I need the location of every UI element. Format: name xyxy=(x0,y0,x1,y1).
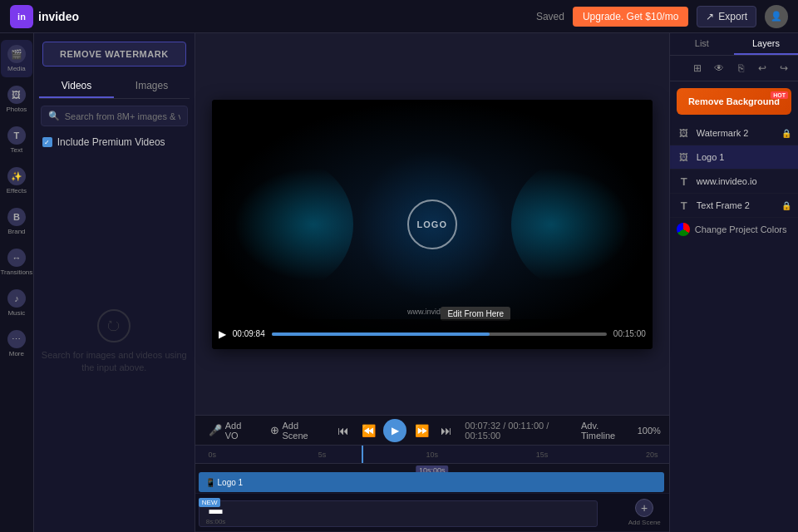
export-button[interactable]: ↗ Export xyxy=(697,6,756,27)
photos-label: Photos xyxy=(6,106,27,113)
search-bar[interactable]: 🔍 xyxy=(41,106,188,126)
sidebar-item-brand[interactable]: B Brand xyxy=(1,203,32,240)
zoom-display: 100% xyxy=(638,426,661,436)
change-colors-label: Change Project Colors xyxy=(695,224,787,234)
add-scene-timeline-button[interactable]: + Add Scene xyxy=(628,499,661,526)
grid-view-icon[interactable]: ⊞ xyxy=(688,59,707,77)
tab-images[interactable]: Images xyxy=(114,75,190,98)
logo: in invideo xyxy=(10,5,79,28)
logo-text: invideo xyxy=(38,10,79,23)
remove-background-button[interactable]: Remove Background HOT xyxy=(677,88,791,115)
premium-checkbox[interactable]: ✓ xyxy=(42,137,52,147)
layer-text2-name: Text Frame 2 xyxy=(697,200,776,210)
video-clip[interactable]: ▬ 8s:00s xyxy=(199,500,598,527)
sidebar-item-photos[interactable]: 🖼 Photos xyxy=(1,81,32,118)
time-current: 00:09:84 xyxy=(233,329,265,338)
ruler-9 xyxy=(446,451,473,459)
logo-clip[interactable]: 📱 Logo 1 xyxy=(199,472,664,492)
ruler-1 xyxy=(226,451,254,459)
center-area: LOGO www.invideo.io Edit From Here ▶ 00:… xyxy=(195,33,669,532)
add-scene-timeline-label: Add Scene xyxy=(628,519,661,526)
ruler-marks: 0s 5s 10s 15s 20s xyxy=(199,451,666,459)
layer-item-logo[interactable]: 🖼 Logo 1 xyxy=(670,145,798,170)
timeline-area: 0s 5s 10s 15s 20s xyxy=(195,445,669,532)
tab-list[interactable]: List xyxy=(670,33,734,55)
time-total: 00:15:00 xyxy=(613,329,646,338)
layer-item-watermark[interactable]: 🖼 Watermark 2 🔒 xyxy=(670,121,798,145)
progress-bar[interactable] xyxy=(272,332,607,336)
text-icon: T xyxy=(7,126,26,145)
topbar: in invideo Saved Upgrade. Get $10/mo ↗ E… xyxy=(0,0,798,33)
skip-fwd-button[interactable]: ⏩ xyxy=(411,421,431,441)
brand-icon: B xyxy=(7,208,26,226)
change-project-colors[interactable]: Change Project Colors xyxy=(670,218,798,241)
add-scene-ctrl-button[interactable]: ⊕ Add Scene xyxy=(265,418,326,443)
music-label: Music xyxy=(7,309,25,317)
play-button[interactable]: ▶ xyxy=(219,328,226,340)
video-clip-label: 8s:00s xyxy=(206,518,226,525)
ruler-15 xyxy=(611,451,638,459)
text-label: Text xyxy=(11,146,23,154)
add-vo-icon: 🎤 xyxy=(209,424,222,436)
remove-watermark-button[interactable]: REMOVE WATERMARK xyxy=(42,42,186,66)
copy-icon[interactable]: ⎘ xyxy=(732,59,750,77)
layer-item-text2[interactable]: T Text Frame 2 🔒 xyxy=(670,194,798,218)
media-label: Media xyxy=(7,65,26,72)
skip-back-button[interactable]: ⏪ xyxy=(358,421,378,441)
eye-icon[interactable]: 👁 xyxy=(710,59,728,77)
ruler-10 xyxy=(473,451,500,459)
timeline-track-logo: 10s:00s 📱 Logo 1 xyxy=(195,464,669,494)
sidebar-item-effects[interactable]: ✨ Effects xyxy=(1,162,32,200)
adv-timeline-button[interactable]: Adv. Timeline xyxy=(581,421,629,441)
layer-watermark-name: Watermark 2 xyxy=(697,128,776,138)
main-layout: 🎬 Media 🖼 Photos T Text ✨ Effects B Bran… xyxy=(0,33,798,532)
sidebar-item-more[interactable]: ⋯ More xyxy=(1,325,32,362)
ruler-20s: 20s xyxy=(638,451,666,459)
empty-state-text: Search for images and videos using the i… xyxy=(34,349,195,375)
layer-logo-name: Logo 1 xyxy=(697,152,791,162)
progress-fill xyxy=(272,332,490,336)
ruler-2 xyxy=(254,451,281,459)
tab-layers[interactable]: Layers xyxy=(734,33,798,55)
video-player[interactable]: LOGO www.invideo.io Edit From Here ▶ 00:… xyxy=(212,100,653,349)
sidebar-item-text[interactable]: T Text xyxy=(1,121,32,159)
time-separator: / xyxy=(546,421,549,431)
new-badge: NEW xyxy=(199,495,221,507)
sidebar-item-media[interactable]: 🎬 Media xyxy=(1,40,32,77)
sidebar-item-music[interactable]: ♪ Music xyxy=(1,284,32,322)
premium-label: Include Premium Videos xyxy=(57,136,165,148)
layer-watermark-icon: 🖼 xyxy=(677,126,692,140)
tab-videos[interactable]: Videos xyxy=(39,75,115,98)
ruler-3 xyxy=(281,451,308,459)
empty-state-icon: ⭮ xyxy=(97,309,131,342)
ruler-6 xyxy=(363,451,391,459)
search-input[interactable] xyxy=(65,111,180,121)
upgrade-button[interactable]: Upgrade. Get $10/mo xyxy=(573,7,688,27)
ruler-14 xyxy=(584,451,611,459)
main-play-button[interactable]: ▶ xyxy=(383,419,406,442)
transitions-icon: ↔ xyxy=(7,249,26,267)
ruler-13 xyxy=(556,451,584,459)
logo-overlay: LOGO xyxy=(407,200,457,249)
playhead xyxy=(362,446,363,464)
premium-check[interactable]: ✓ Include Premium Videos xyxy=(34,133,195,151)
redo-icon[interactable]: ↪ xyxy=(775,59,793,77)
skip-start-button[interactable]: ⏮ xyxy=(333,421,353,441)
saved-status: Saved xyxy=(536,11,564,22)
ruler-5s: 5s xyxy=(308,451,336,459)
right-panel: List Layers ⊞ 👁 ⎘ ↩ ↪ Remove Background … xyxy=(669,33,798,532)
layer-text1-name: www.invideo.io xyxy=(697,176,791,186)
avatar[interactable]: 👤 xyxy=(765,5,788,28)
skip-end-button[interactable]: ⏭ xyxy=(436,421,456,441)
colors-swatch-icon xyxy=(677,223,690,236)
layer-item-text1[interactable]: T www.invideo.io xyxy=(670,170,798,194)
undo-icon[interactable]: ↩ xyxy=(753,59,771,77)
left-panel: REMOVE WATERMARK Videos Images 🔍 ✓ Inclu… xyxy=(34,33,195,532)
effects-icon: ✨ xyxy=(7,167,26,185)
lock-icon-text2: 🔒 xyxy=(781,201,791,210)
add-vo-button[interactable]: 🎤 Add VO xyxy=(204,418,257,443)
transitions-label: Transitions xyxy=(0,268,32,276)
hand-left-fx xyxy=(220,158,353,291)
add-scene-circle-icon: + xyxy=(635,499,653,517)
sidebar-item-transitions[interactable]: ↔ Transitions xyxy=(1,244,32,281)
